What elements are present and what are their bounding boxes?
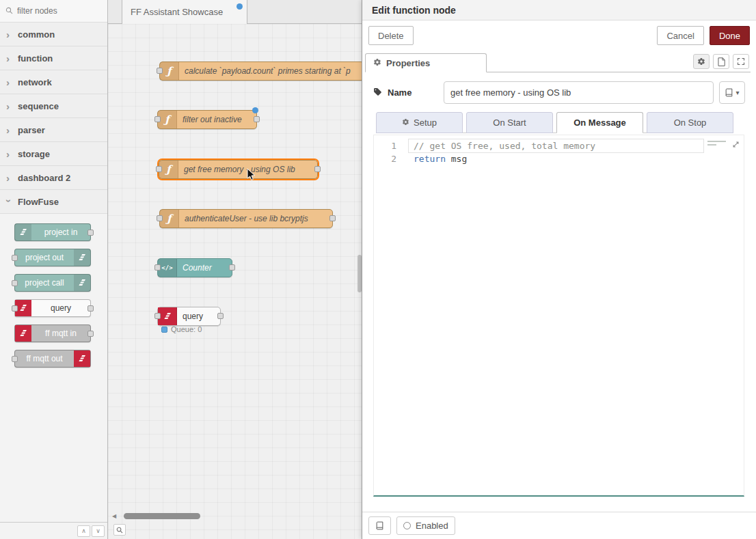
- palette-search[interactable]: [0, 0, 107, 23]
- library-footer-button[interactable]: [368, 516, 391, 535]
- category-label: parser: [18, 125, 45, 135]
- expand-editor-button[interactable]: [729, 138, 742, 150]
- node-status-text: Queue: 0: [171, 325, 202, 333]
- code-text: msg: [446, 154, 467, 164]
- category-label: function: [18, 53, 53, 64]
- palette-expand-all-button[interactable]: ∨: [92, 525, 105, 537]
- node-port-input[interactable]: [157, 215, 163, 221]
- palette-category-common[interactable]: › common: [0, 23, 107, 46]
- done-button[interactable]: Done: [710, 26, 750, 45]
- palette-node-ff-mqtt-in[interactable]: ff mqtt in: [14, 324, 91, 342]
- category-label: dashboard 2: [18, 173, 70, 183]
- palette-collapse-all-button[interactable]: ∧: [77, 525, 90, 537]
- node-port-output[interactable]: [87, 230, 94, 236]
- category-label: common: [18, 29, 55, 40]
- code-content[interactable]: // get OS free, used, total memoryreturn…: [414, 139, 704, 165]
- flow-tab-ff-assistant-showcase[interactable]: FF Assistant Showcase: [122, 0, 247, 24]
- description-document-button[interactable]: [713, 54, 729, 69]
- node-port-input[interactable]: [157, 68, 163, 74]
- flow-node-counter[interactable]: </> Counter: [157, 258, 232, 277]
- chevron-right-icon: ›: [6, 53, 12, 64]
- category-label: sequence: [18, 101, 59, 111]
- tray-header: Edit function node: [362, 0, 756, 20]
- palette-category-storage[interactable]: › storage: [0, 142, 107, 166]
- node-port-output[interactable]: [314, 166, 321, 172]
- tab-on-message[interactable]: On Message: [556, 112, 643, 133]
- code-editor[interactable]: 1 2 // get OS free, used, total memoryre…: [373, 135, 744, 497]
- node-port-input[interactable]: [154, 313, 161, 319]
- chevron-right-icon: ›: [6, 124, 12, 136]
- node-port-input[interactable]: [154, 264, 161, 271]
- node-label: get free memory - using OS lib: [178, 165, 317, 174]
- palette-node-label: ff mqtt out: [15, 354, 74, 363]
- palette-filter-input[interactable]: [17, 6, 92, 16]
- library-button[interactable]: ▾: [719, 81, 745, 104]
- name-label: Name: [388, 87, 411, 98]
- flowfuse-icon: [74, 275, 90, 291]
- tab-properties[interactable]: Properties: [365, 53, 487, 72]
- palette-category-function[interactable]: › function: [0, 46, 107, 70]
- node-port-input[interactable]: [12, 356, 18, 362]
- line-number: 1: [374, 139, 405, 152]
- function-icon: ƒ: [158, 111, 177, 128]
- node-port-output[interactable]: [229, 264, 235, 271]
- hscroll-track[interactable]: [118, 513, 358, 519]
- flow-node-authenticate-user[interactable]: ƒ authenticateUser - use lib bcryptjs: [159, 209, 333, 228]
- scroll-left-icon[interactable]: ◀: [112, 513, 116, 519]
- properties-tab-label: Properties: [386, 58, 430, 68]
- cancel-button[interactable]: Cancel: [657, 26, 703, 45]
- palette-node-query[interactable]: query: [14, 299, 91, 317]
- flow-node-get-free-memory[interactable]: ƒ get free memory - using OS lib: [159, 160, 318, 179]
- name-form-row: Name ▾: [362, 72, 756, 111]
- flow-modified-indicator: [237, 3, 243, 10]
- expand-tray-button[interactable]: [733, 54, 749, 69]
- chevron-right-icon: ›: [6, 148, 12, 160]
- node-enabled-toggle[interactable]: Enabled: [396, 516, 455, 535]
- palette-node-project-in[interactable]: project in: [14, 223, 91, 241]
- tab-label: On Message: [573, 118, 626, 128]
- flow-canvas[interactable]: ƒ calculate `payload.count` primes start…: [108, 24, 362, 539]
- canvas-horizontal-scrollbar[interactable]: ◀: [112, 512, 358, 520]
- palette-category-flowfuse[interactable]: › FlowFuse: [0, 190, 107, 214]
- palette-category-sequence[interactable]: › sequence: [0, 94, 107, 118]
- search-icon: [5, 5, 13, 17]
- caret-down-icon: ▾: [735, 89, 739, 96]
- search-flows-button[interactable]: [113, 524, 126, 536]
- node-name-input[interactable]: [444, 81, 714, 104]
- node-label: query: [177, 312, 220, 321]
- chevron-down-icon: ›: [3, 199, 15, 204]
- tab-setup[interactable]: Setup: [376, 112, 463, 133]
- node-port-output[interactable]: [329, 215, 336, 221]
- tray-icon-buttons: [693, 54, 749, 69]
- palette-node-project-out[interactable]: project out: [14, 249, 91, 266]
- node-port-input[interactable]: [156, 166, 162, 172]
- node-port-input[interactable]: [12, 305, 18, 312]
- palette-node-label: project call: [15, 278, 74, 288]
- palette-category-dashboard-2[interactable]: › dashboard 2: [0, 166, 107, 190]
- node-label: Counter: [177, 263, 232, 273]
- flow-node-calculate-primes[interactable]: ƒ calculate `payload.count` primes start…: [159, 61, 362, 81]
- node-port-output[interactable]: [87, 305, 94, 312]
- hscroll-thumb[interactable]: [124, 513, 200, 519]
- settings-gear-button[interactable]: [693, 54, 710, 69]
- flow-node-filter-out-inactive[interactable]: ƒ filter out inactive: [157, 110, 257, 129]
- palette-node-project-call[interactable]: project call: [14, 274, 91, 292]
- node-port-input[interactable]: [154, 116, 161, 122]
- node-port-input[interactable]: [12, 255, 18, 261]
- tab-on-stop[interactable]: On Stop: [647, 112, 733, 133]
- chevron-right-icon: ›: [6, 77, 12, 88]
- palette-node-ff-mqtt-out[interactable]: ff mqtt out: [14, 350, 91, 368]
- delete-button[interactable]: Delete: [368, 26, 414, 45]
- node-port-output[interactable]: [254, 116, 260, 122]
- tab-on-start[interactable]: On Start: [466, 112, 553, 133]
- palette-category-network[interactable]: › network: [0, 70, 107, 94]
- flow-node-query[interactable]: query: [157, 307, 221, 326]
- node-label: calculate `payload.count` primes startin…: [179, 66, 362, 76]
- code-comment: // get OS free, used, total memory: [414, 141, 595, 151]
- tray-title: Edit function node: [372, 5, 456, 16]
- palette-category-parser[interactable]: › parser: [0, 118, 107, 142]
- node-port-output[interactable]: [217, 313, 224, 319]
- node-port-output[interactable]: [87, 331, 94, 337]
- node-port-input[interactable]: [12, 280, 18, 286]
- chevron-right-icon: ›: [6, 100, 12, 112]
